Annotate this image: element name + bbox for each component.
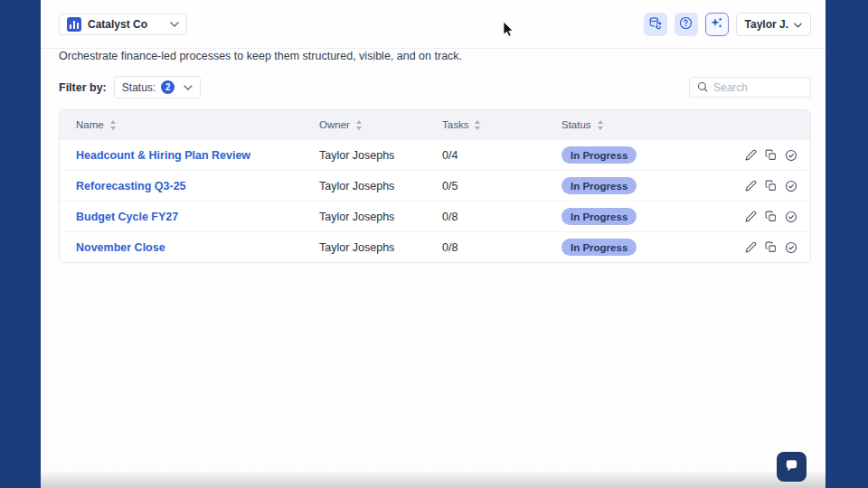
- filter-by-label: Filter by:: [59, 81, 107, 94]
- filter-row: Filter by: Status: 2: [59, 76, 811, 99]
- company-name: Catalyst Co: [88, 18, 147, 31]
- company-logo-icon: [67, 17, 81, 32]
- complete-button[interactable]: [785, 211, 797, 223]
- pencil-icon: [745, 180, 757, 192]
- workflow-name-cell: November Close: [60, 241, 319, 254]
- column-header-status[interactable]: Status: [561, 119, 712, 130]
- workflow-tasks-cell: 0/8: [442, 211, 561, 223]
- sort-icon[interactable]: [109, 120, 117, 130]
- column-header-tasks[interactable]: Tasks: [442, 119, 561, 130]
- status-badge: In Progress: [561, 177, 637, 194]
- row-actions: [712, 241, 810, 254]
- chat-widget-button[interactable]: [777, 452, 807, 482]
- workflow-owner-cell: Taylor Josephs: [319, 241, 442, 254]
- sort-icon[interactable]: [355, 120, 363, 130]
- row-actions: [712, 180, 810, 192]
- workflow-owner-cell: Taylor Josephs: [319, 149, 442, 162]
- workflow-name-cell: Budget Cycle FY27: [60, 211, 319, 223]
- complete-button[interactable]: [785, 180, 797, 192]
- duplicate-button[interactable]: [765, 180, 777, 192]
- complete-button[interactable]: [785, 241, 797, 254]
- status-filter-select[interactable]: Status: 2: [114, 76, 201, 99]
- chevron-down-icon: [184, 85, 193, 90]
- page-subtitle: Orchestrate finance-led processes to kee…: [59, 50, 807, 62]
- workflow-name-cell: Reforecasting Q3-25: [60, 180, 319, 192]
- workflow-status-cell: In Progress: [561, 177, 712, 194]
- help-button[interactable]: [675, 13, 698, 36]
- topbar-actions: Taylor J.: [644, 13, 811, 36]
- row-actions: [712, 149, 810, 162]
- sort-icon[interactable]: [474, 120, 481, 130]
- complete-button[interactable]: [785, 149, 797, 162]
- workflow-owner-cell: Taylor Josephs: [319, 211, 442, 223]
- workflow-status-cell: In Progress: [561, 146, 712, 164]
- workflow-owner-cell: Taylor Josephs: [319, 180, 442, 192]
- column-header-owner[interactable]: Owner: [319, 119, 442, 130]
- table-header-row: Name Owner Tasks Status: [60, 110, 810, 139]
- check-circle-icon: [785, 211, 797, 223]
- workflow-status-cell: In Progress: [561, 208, 712, 225]
- ai-sparkles-icon: [710, 16, 723, 33]
- workflow-name-cell: Headcount & Hiring Plan Review: [60, 149, 319, 162]
- filter-group: Filter by: Status: 2: [59, 76, 201, 99]
- workflow-tasks-cell: 0/5: [442, 180, 561, 192]
- duplicate-button[interactable]: [765, 211, 777, 222]
- workflow-link[interactable]: Reforecasting Q3-25: [76, 180, 186, 192]
- workflow-link[interactable]: Headcount & Hiring Plan Review: [76, 149, 250, 162]
- status-badge: In Progress: [561, 239, 637, 256]
- company-selector[interactable]: Catalyst Co: [59, 14, 187, 35]
- app-window: Catalyst Co: [41, 0, 826, 488]
- status-filter-count-badge: 2: [161, 80, 175, 94]
- workflows-table: Name Owner Tasks Status Headcount & Hiri…: [59, 109, 811, 263]
- topbar: Catalyst Co: [41, 0, 826, 49]
- check-circle-icon: [785, 241, 797, 254]
- search-box[interactable]: [689, 77, 811, 98]
- check-circle-icon: [785, 149, 797, 162]
- chat-bubble-icon: [784, 458, 799, 476]
- table-row: Budget Cycle FY27 Taylor Josephs 0/8 In …: [60, 201, 810, 231]
- data-sync-icon: [648, 16, 662, 33]
- sort-icon[interactable]: [597, 120, 604, 130]
- help-icon: [679, 16, 693, 33]
- duplicate-button[interactable]: [765, 149, 777, 161]
- edit-button[interactable]: [745, 211, 757, 222]
- table-row: Headcount & Hiring Plan Review Taylor Jo…: [60, 139, 810, 170]
- ai-assistant-button[interactable]: [705, 13, 729, 36]
- row-actions: [712, 211, 810, 223]
- table-row: Reforecasting Q3-25 Taylor Josephs 0/5 I…: [60, 170, 810, 201]
- right-edge-strip: [826, 0, 868, 488]
- status-filter-label: Status:: [122, 81, 156, 94]
- workflow-tasks-cell: 0/8: [442, 241, 561, 254]
- workflow-link[interactable]: November Close: [76, 241, 165, 254]
- pencil-icon: [745, 149, 757, 161]
- left-edge-strip: [0, 0, 41, 488]
- edit-button[interactable]: [745, 241, 757, 253]
- copy-icon: [765, 180, 777, 192]
- edit-button[interactable]: [745, 180, 757, 192]
- copy-icon: [765, 149, 777, 161]
- workflow-status-cell: In Progress: [561, 239, 712, 256]
- column-header-name[interactable]: Name: [60, 119, 319, 130]
- workflow-link[interactable]: Budget Cycle FY27: [76, 211, 178, 223]
- status-badge: In Progress: [561, 146, 637, 164]
- pencil-icon: [745, 241, 757, 253]
- chevron-down-icon: [794, 18, 802, 31]
- search-icon: [697, 80, 708, 96]
- chevron-down-icon: [170, 22, 179, 27]
- table-row: November Close Taylor Josephs 0/8 In Pro…: [60, 231, 810, 262]
- edit-button[interactable]: [745, 149, 757, 161]
- pencil-icon: [745, 211, 757, 222]
- data-sync-button[interactable]: [644, 13, 667, 36]
- copy-icon: [765, 241, 777, 253]
- search-input[interactable]: [713, 81, 803, 94]
- user-name: Taylor J.: [745, 18, 788, 31]
- duplicate-button[interactable]: [765, 241, 777, 253]
- workflow-tasks-cell: 0/4: [442, 149, 561, 162]
- user-menu-button[interactable]: Taylor J.: [736, 13, 811, 36]
- copy-icon: [765, 211, 777, 222]
- status-badge: In Progress: [561, 208, 637, 225]
- check-circle-icon: [785, 180, 797, 192]
